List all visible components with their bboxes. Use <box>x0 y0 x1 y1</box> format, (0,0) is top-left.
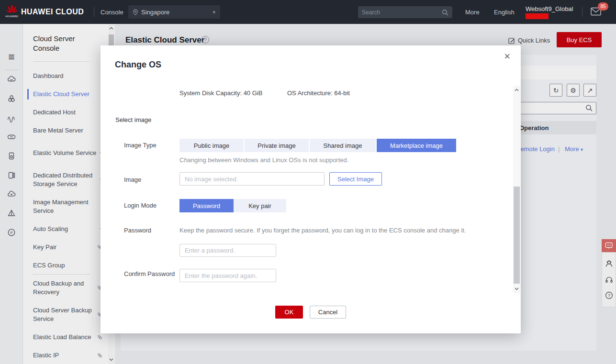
password-label: Password <box>124 227 151 234</box>
image-field[interactable] <box>179 172 325 186</box>
confirm-password-label: Confirm Password <box>124 270 175 277</box>
tab-private-image[interactable]: Private image <box>245 139 309 152</box>
chevron-down-icon: ▾ <box>213 9 215 15</box>
modal-footer: OK Cancel <box>101 306 521 319</box>
scroll-down-icon[interactable] <box>513 286 520 292</box>
change-os-modal: Change OS × System Disk Capacity: 40 GiB… <box>101 45 521 333</box>
nav-divider <box>582 7 582 17</box>
confirm-password-field[interactable] <box>179 269 276 282</box>
modal-title: Change OS <box>115 60 161 70</box>
tab-public-image[interactable]: Public image <box>179 139 244 152</box>
unread-count-badge: 85 <box>598 2 608 11</box>
global-search[interactable] <box>358 6 452 18</box>
login-mode-tabs: Password Key pair <box>179 199 286 212</box>
image-type-hint: Changing between Windows and Linux OSs i… <box>179 156 348 164</box>
select-image-section-label: Select image <box>115 116 151 123</box>
account-name[interactable]: Websoft9_Global <box>526 5 573 12</box>
image-label: Image <box>124 176 141 183</box>
search-icon <box>442 9 448 16</box>
more-menu[interactable]: More <box>465 9 480 16</box>
tab-marketplace-image[interactable]: Marketplace image <box>377 139 456 152</box>
os-architecture: OS Architecture: 64-bit <box>287 89 350 97</box>
region-value: Singapore <box>141 9 169 16</box>
top-nav: HUAWEI HUAWEI CLOUD Console Singapore ▾ … <box>0 0 616 24</box>
tab-key-pair[interactable]: Key pair <box>234 199 286 212</box>
login-mode-label: Login Mode <box>124 202 157 209</box>
language-selector[interactable]: English <box>494 9 515 16</box>
system-disk-capacity: System Disk Capacity: 40 GiB <box>179 89 262 97</box>
password-field[interactable] <box>179 244 276 257</box>
scroll-up-icon[interactable] <box>513 87 520 93</box>
location-pin-icon <box>133 9 138 15</box>
image-type-label: Image Type <box>124 142 157 149</box>
region-selector[interactable]: Singapore ▾ <box>128 5 220 19</box>
tab-shared-image[interactable]: Shared image <box>310 139 376 152</box>
brand-wordmark: HUAWEI CLOUD <box>21 8 84 16</box>
cancel-button[interactable]: Cancel <box>310 306 346 319</box>
ok-button[interactable]: OK <box>275 306 303 319</box>
select-image-button[interactable]: Select Image <box>329 172 382 186</box>
modal-scrollbar[interactable] <box>513 86 520 293</box>
image-type-tabs: Public image Private image Shared image … <box>179 139 456 152</box>
modal-scroll-thumb[interactable] <box>514 187 520 284</box>
close-icon[interactable]: × <box>502 49 512 64</box>
global-search-input[interactable] <box>362 9 442 16</box>
password-hint: Keep the password secure. If you forget … <box>179 227 466 234</box>
huawei-logo-caption: HUAWEI <box>5 15 19 18</box>
huawei-logo-icon <box>6 3 18 14</box>
console-link[interactable]: Console <box>101 9 123 16</box>
tab-password[interactable]: Password <box>179 199 234 212</box>
redacted-account-id <box>526 13 549 19</box>
nav-divider <box>94 7 94 17</box>
